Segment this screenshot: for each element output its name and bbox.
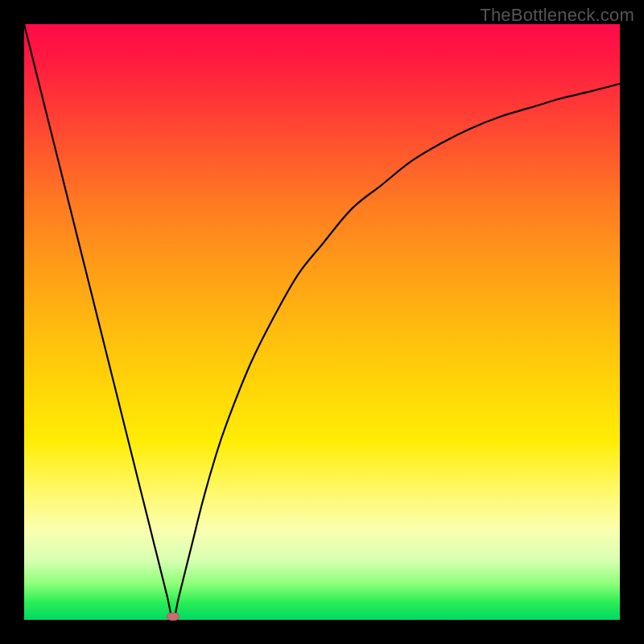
minimum-marker	[167, 613, 180, 621]
watermark-label: TheBottleneck.com	[480, 5, 634, 26]
plot-area	[24, 24, 620, 620]
curve-path	[24, 24, 620, 620]
chart-frame: TheBottleneck.com	[0, 0, 644, 644]
bottleneck-curve	[24, 24, 620, 620]
